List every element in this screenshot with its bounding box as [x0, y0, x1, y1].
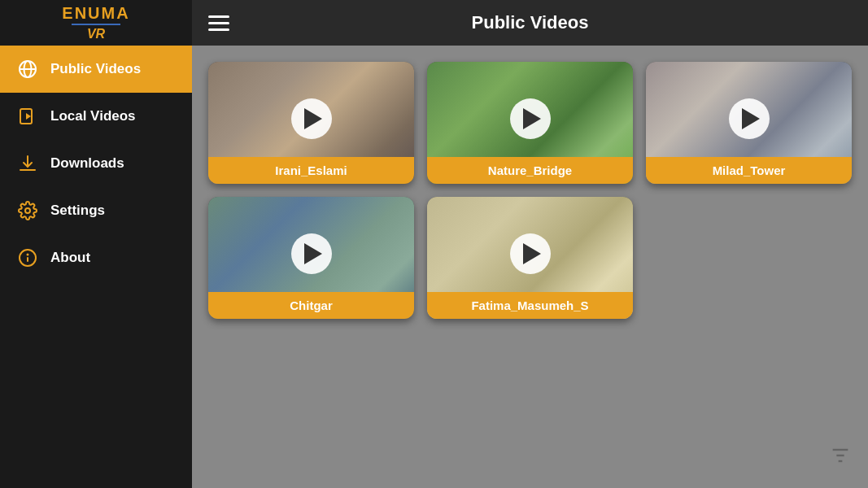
- info-icon: [16, 246, 39, 269]
- logo-enuma: ENUMA: [62, 4, 129, 22]
- play-triangle-icon: [304, 243, 322, 264]
- file-video-icon: [16, 105, 39, 128]
- logo-underline: [72, 24, 120, 25]
- sidebar-item-local-videos[interactable]: Local Videos: [0, 93, 192, 140]
- play-triangle-icon: [304, 108, 322, 129]
- svg-point-6: [25, 208, 30, 213]
- video-title-milad: Milad_Tower: [646, 157, 852, 184]
- video-card-nature-bridge[interactable]: Nature_Bridge: [427, 62, 633, 184]
- hamburger-menu-button[interactable]: [208, 15, 229, 31]
- top-bar: ENUMA VR Public Videos: [0, 0, 868, 46]
- video-grid-row2: Chitgar Fatima_Masumeh_S: [208, 197, 852, 319]
- video-title-chitgar: Chitgar: [208, 292, 414, 319]
- video-card-fatima-masumeh[interactable]: Fatima_Masumeh_S: [427, 197, 633, 319]
- svg-marker-4: [26, 113, 31, 120]
- play-triangle-icon: [523, 108, 541, 129]
- video-content-area: Irani_Eslami Nature_Bridge Milad_Tower: [192, 46, 868, 488]
- play-triangle-icon: [742, 108, 760, 129]
- logo-area: ENUMA VR: [0, 0, 192, 46]
- video-card-milad-tower[interactable]: Milad_Tower: [646, 62, 852, 184]
- sidebar-label-settings: Settings: [50, 203, 105, 219]
- video-title-fatima: Fatima_Masumeh_S: [427, 292, 633, 319]
- play-button-fatima[interactable]: [510, 233, 551, 274]
- video-grid-row1: Irani_Eslami Nature_Bridge Milad_Tower: [208, 62, 852, 184]
- play-button-chitgar[interactable]: [291, 233, 332, 274]
- play-button-nature[interactable]: [510, 98, 551, 139]
- video-title-nature: Nature_Bridge: [427, 157, 633, 184]
- logo-vr: VR: [87, 27, 105, 41]
- play-button-milad[interactable]: [729, 98, 770, 139]
- play-triangle-icon: [523, 243, 541, 264]
- sidebar-label-local-videos: Local Videos: [50, 108, 136, 124]
- filter-icon[interactable]: [829, 444, 852, 472]
- sidebar-item-public-videos[interactable]: Public Videos: [0, 46, 192, 93]
- sidebar-item-downloads[interactable]: Downloads: [0, 140, 192, 187]
- sidebar: Public Videos Local Videos Downloads: [0, 46, 192, 488]
- download-icon: [16, 152, 39, 175]
- top-bar-right: Public Videos: [192, 0, 868, 46]
- sidebar-label-downloads: Downloads: [50, 155, 124, 172]
- logo: ENUMA VR: [62, 4, 129, 41]
- globe-icon: [16, 58, 39, 81]
- video-card-irani-eslami[interactable]: Irani_Eslami: [208, 62, 414, 184]
- main-content: Public Videos Local Videos Downloads: [0, 46, 868, 488]
- page-title: Public Videos: [254, 12, 806, 33]
- sidebar-label-about: About: [50, 250, 90, 266]
- gear-icon: [16, 199, 39, 222]
- sidebar-item-settings[interactable]: Settings: [0, 187, 192, 234]
- video-card-chitgar[interactable]: Chitgar: [208, 197, 414, 319]
- video-title-irani: Irani_Eslami: [208, 157, 414, 184]
- sidebar-item-about[interactable]: About: [0, 234, 192, 281]
- play-button-irani[interactable]: [291, 98, 332, 139]
- sidebar-label-public-videos: Public Videos: [50, 61, 141, 77]
